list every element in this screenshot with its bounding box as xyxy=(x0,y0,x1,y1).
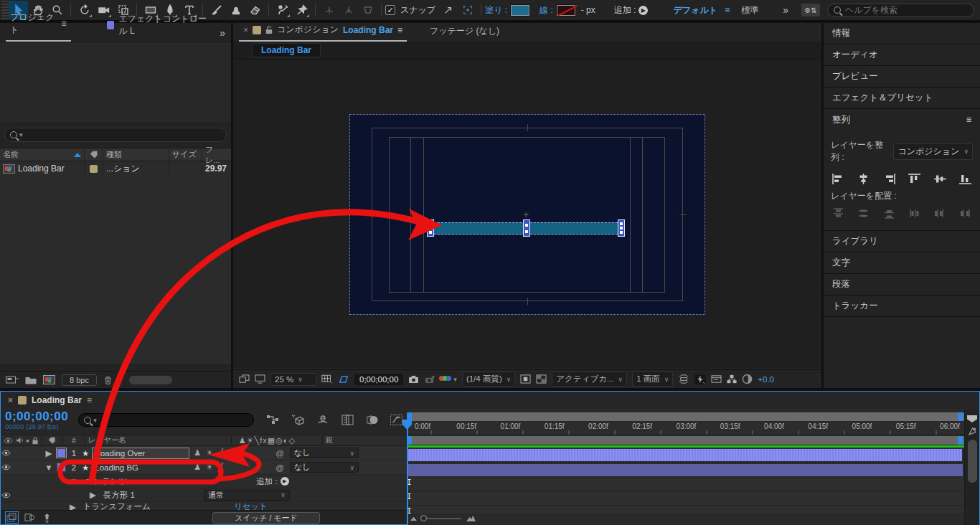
draft-3d-icon[interactable] xyxy=(291,415,304,425)
timeline-menu-icon[interactable]: ≡ xyxy=(87,395,92,405)
label-color-chip[interactable] xyxy=(90,165,98,173)
parent-column[interactable]: 親 xyxy=(326,435,334,445)
navigator-end-handle[interactable] xyxy=(958,412,963,421)
view-layout-dropdown[interactable]: 1 画面∨ xyxy=(632,372,673,387)
playhead-line[interactable] xyxy=(407,419,408,525)
current-timecode[interactable]: 0;00;00;00 xyxy=(5,410,68,422)
blend-mode-dropdown[interactable]: 通常∨ xyxy=(204,490,290,501)
column-frame[interactable]: フレ... xyxy=(202,148,230,161)
align-right-icon[interactable] xyxy=(883,174,895,184)
layer2-expand-icon[interactable]: ▼ xyxy=(41,463,57,472)
new-composition-icon[interactable] xyxy=(43,375,55,384)
layer1-eye-icon[interactable] xyxy=(1,450,11,456)
align-target-dropdown[interactable]: コンポジション∨ xyxy=(893,143,973,160)
timeline-graph-area[interactable]: 0:00f00:15f 01:00f01:15f 02:00f02:15f 03… xyxy=(407,410,966,525)
tab-project[interactable]: プロジェクト ≡ xyxy=(6,9,71,42)
layer2-eye-icon[interactable] xyxy=(1,464,11,470)
panel-audio[interactable]: オーディオ xyxy=(824,44,980,66)
layer1-color-swatch[interactable] xyxy=(57,448,66,458)
layer1-expand-icon[interactable]: ▶ xyxy=(41,448,57,458)
panel-menu-icon[interactable]: ≡ xyxy=(62,19,67,29)
layer2-pickwhip-icon[interactable]: @ xyxy=(275,463,284,472)
panel-libraries[interactable]: ライブラリ xyxy=(824,231,980,252)
layer1-parent-dropdown[interactable]: なし∨ xyxy=(290,448,359,458)
timeline-search[interactable]: ▾ xyxy=(78,413,254,427)
layer2-name[interactable]: Loading BG xyxy=(92,462,189,473)
add-icon[interactable]: ▶ xyxy=(639,6,648,15)
selection-handle-left[interactable] xyxy=(427,219,434,237)
fill-color-swatch[interactable] xyxy=(511,5,529,16)
tab-footage[interactable]: フッテージ (なし) xyxy=(425,22,504,42)
zoom-slider[interactable] xyxy=(422,518,461,519)
clone-stamp-tool-icon[interactable] xyxy=(226,1,245,19)
contents-expand-icon[interactable]: ▼ xyxy=(70,477,77,486)
fast-previews-icon[interactable] xyxy=(520,374,531,384)
zoom-slider-knob[interactable] xyxy=(420,515,427,521)
panel-tracker[interactable]: トラッカー xyxy=(824,295,980,317)
selection-handle-center[interactable] xyxy=(523,219,530,237)
time-ruler[interactable]: 0:00f00:15f 01:00f01:15f 02:00f02:15f 03… xyxy=(407,422,966,435)
tabs-more-icon[interactable]: » xyxy=(220,27,225,42)
layer1-duration-bar[interactable] xyxy=(407,448,963,462)
tab-effect-controls[interactable]: エフェクトコントロール L xyxy=(103,10,217,42)
bit-depth-button[interactable]: 8 bpc xyxy=(62,374,97,386)
column-size[interactable]: サイズ xyxy=(169,148,202,161)
align-left-icon[interactable] xyxy=(832,174,844,184)
column-label[interactable] xyxy=(85,148,103,161)
align-bottom-icon[interactable] xyxy=(959,174,971,184)
layer2-color-swatch[interactable] xyxy=(57,463,66,472)
help-search[interactable] xyxy=(827,4,974,17)
camera-dropdown[interactable]: アクティブカ...∨ xyxy=(552,372,627,387)
eraser-tool-icon[interactable] xyxy=(245,1,265,19)
fast-preview-lightning-icon[interactable] xyxy=(694,374,706,384)
comp-panel-menu-icon[interactable]: ≡ xyxy=(397,25,402,35)
selection-handle-right[interactable] xyxy=(618,219,625,237)
project-search[interactable]: ▾ xyxy=(4,128,227,142)
time-navigator-bar[interactable] xyxy=(407,412,966,421)
timeline-button-icon[interactable] xyxy=(711,374,722,384)
timeline-tab-name[interactable]: Loading Bar xyxy=(32,395,82,405)
shy-layers-icon[interactable] xyxy=(316,415,329,425)
switches-mode-button[interactable]: スイッチ / モード xyxy=(212,512,320,524)
channels-icon[interactable]: ▾ xyxy=(440,376,457,383)
transparency-grid-icon[interactable] xyxy=(536,374,547,384)
workspace-settings-icon[interactable]: ⚙⇅ xyxy=(801,4,820,16)
layer1-switches[interactable]: ♟ ☀ ╱ xyxy=(189,448,274,458)
snap-toggle[interactable]: ✓ スナップ xyxy=(385,4,435,16)
panel-align[interactable]: 整列 ≡ xyxy=(824,109,980,131)
horizontal-scrollbar[interactable] xyxy=(129,376,172,384)
panel-paragraph[interactable]: 段落 xyxy=(824,274,980,295)
snap-arrow-icon[interactable] xyxy=(438,1,458,19)
contents-add-label[interactable]: 追加 : xyxy=(256,476,277,487)
stroke-color-swatch[interactable] xyxy=(557,5,575,16)
timeline-search-input[interactable] xyxy=(99,415,248,425)
frame-blend-toggle-icon[interactable] xyxy=(24,513,35,522)
resolution-dropdown[interactable]: (1/4 画質)∨ xyxy=(462,372,515,387)
snap-bounds-icon[interactable] xyxy=(458,1,477,19)
align-center-vertical-icon[interactable] xyxy=(934,174,946,184)
align-menu-icon[interactable]: ≡ xyxy=(966,115,971,125)
comp-flowchart-icon[interactable] xyxy=(727,374,737,384)
magnification-dropdown[interactable]: 25 %∨ xyxy=(270,373,316,386)
workspace-more-icon[interactable]: » xyxy=(783,4,788,16)
tab-close-icon[interactable]: × xyxy=(243,25,248,35)
align-top-icon[interactable] xyxy=(908,174,920,184)
unlock-icon[interactable] xyxy=(265,26,273,34)
rectangle-eye-icon[interactable] xyxy=(1,492,11,498)
frame-blend-icon[interactable] xyxy=(341,415,354,425)
panel-info[interactable]: 情報 xyxy=(824,23,980,44)
roto-brush-tool-icon[interactable] xyxy=(273,1,292,19)
tab-composition[interactable]: × コンポジション Loading Bar ≡ xyxy=(239,21,407,42)
trash-icon[interactable] xyxy=(103,375,113,385)
stroke-label[interactable]: 線 : xyxy=(540,4,553,16)
layer2-parent-dropdown[interactable]: なし∨ xyxy=(290,462,359,473)
panel-effects-presets[interactable]: エフェクト＆プリセット xyxy=(824,88,980,109)
rotation-tool-icon[interactable] xyxy=(75,1,94,19)
exposure-icon[interactable] xyxy=(742,374,753,384)
breadcrumb[interactable]: Loading Bar xyxy=(252,43,321,57)
rectangle-row[interactable]: ▶ 長方形 1 通常∨ xyxy=(1,488,407,502)
panel-preview[interactable]: プレビュー xyxy=(824,66,980,88)
region-of-interest-icon[interactable] xyxy=(338,374,349,384)
snapshot-camera-icon[interactable] xyxy=(408,375,419,384)
timeline-tab-close-icon[interactable]: × xyxy=(8,395,13,405)
